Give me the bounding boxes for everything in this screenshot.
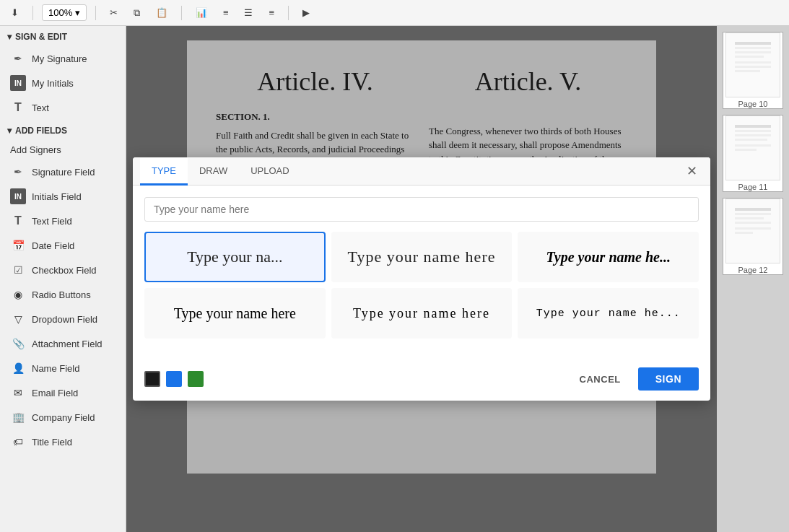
sidebar-item-add-signers[interactable]: Add Signers bbox=[0, 140, 126, 160]
font-preview-6: Type your name he... bbox=[536, 308, 681, 320]
sidebar-item-date-field[interactable]: 📅 Date Field bbox=[0, 233, 126, 258]
name-field-label: Name Field bbox=[32, 363, 79, 374]
sidebar-item-my-signature[interactable]: ✒ My Signature bbox=[0, 46, 126, 71]
attachment-field-icon: 📎 bbox=[10, 336, 26, 352]
cancel-button[interactable]: CANCEL bbox=[568, 368, 632, 391]
sidebar-item-my-initials[interactable]: IN My Initials bbox=[0, 71, 126, 95]
svg-rect-21 bbox=[735, 232, 753, 234]
font-option-6[interactable]: Type your name he... bbox=[518, 288, 699, 339]
modal-close-button[interactable]: ✕ bbox=[681, 157, 703, 185]
download-btn[interactable]: ⬇ bbox=[6, 4, 24, 21]
dropdown-field-icon: ▽ bbox=[10, 311, 26, 327]
company-field-icon: 🏢 bbox=[10, 409, 26, 425]
initials-field-icon: IN bbox=[10, 188, 26, 204]
sidebar-item-email-field[interactable]: ✉ Email Field bbox=[0, 380, 126, 405]
svg-rect-0 bbox=[731, 38, 775, 92]
align-left-btn[interactable]: ≡ bbox=[218, 4, 234, 21]
font-preview-1: Type your na... bbox=[187, 248, 282, 266]
color-black[interactable] bbox=[144, 371, 160, 387]
sidebar-item-checkbox-field[interactable]: ☑ Checkbox Field bbox=[0, 258, 126, 282]
svg-rect-12 bbox=[735, 139, 767, 141]
date-field-label: Date Field bbox=[32, 240, 74, 251]
align-right-btn[interactable]: ≡ bbox=[263, 4, 279, 21]
attachment-field-label: Attachment Field bbox=[32, 339, 103, 349]
svg-rect-17 bbox=[735, 213, 771, 215]
page-thumb-inner-12 bbox=[725, 199, 780, 263]
page-thumb-inner-11 bbox=[725, 115, 780, 180]
page-thumb-11[interactable]: Page 11 bbox=[723, 115, 783, 192]
media-btn[interactable]: ▶ bbox=[297, 4, 315, 21]
modal-body: Type your na... Type your name here Type… bbox=[133, 186, 710, 360]
initials-field-label: Initials Field bbox=[32, 191, 82, 202]
cut-btn[interactable]: ✂ bbox=[105, 4, 123, 21]
font-option-2[interactable]: Type your name here bbox=[331, 232, 513, 282]
page-thumb-12[interactable]: Page 12 bbox=[723, 198, 783, 275]
svg-rect-9 bbox=[735, 125, 771, 128]
svg-rect-7 bbox=[735, 70, 760, 72]
my-signature-label: My Signature bbox=[32, 53, 87, 64]
radio-field-label: Radio Buttons bbox=[32, 289, 91, 300]
sidebar-item-radio-buttons[interactable]: ◉ Radio Buttons bbox=[0, 282, 126, 307]
sign-edit-section[interactable]: ▾ SIGN & EDIT bbox=[0, 26, 126, 46]
checkbox-field-label: Checkbox Field bbox=[32, 265, 97, 276]
font-option-3[interactable]: Type your name he... bbox=[518, 232, 699, 282]
sidebar-item-dropdown-field[interactable]: ▽ Dropdown Field bbox=[0, 307, 126, 331]
add-signers-label: Add Signers bbox=[10, 144, 61, 155]
page-12-label: Page 12 bbox=[738, 266, 768, 274]
sign-edit-label: SIGN & EDIT bbox=[15, 32, 67, 42]
separator3 bbox=[181, 6, 182, 20]
page-10-label: Page 10 bbox=[738, 100, 768, 108]
email-field-label: Email Field bbox=[32, 388, 78, 398]
svg-rect-11 bbox=[735, 134, 771, 136]
color-green[interactable] bbox=[188, 371, 204, 387]
text-field-label: Text Field bbox=[32, 216, 72, 227]
tab-upload[interactable]: UPLOAD bbox=[239, 158, 300, 186]
svg-rect-16 bbox=[735, 208, 771, 211]
name-field-icon: 👤 bbox=[10, 360, 26, 376]
chart-btn[interactable]: 📊 bbox=[191, 4, 212, 21]
main-layout: ▾ SIGN & EDIT ✒ My Signature IN My Initi… bbox=[0, 26, 789, 532]
zoom-select[interactable]: 100% ▾ bbox=[42, 4, 87, 21]
paste-btn[interactable]: 📋 bbox=[151, 4, 173, 21]
sig-field-label: Signature Field bbox=[32, 167, 95, 178]
sidebar-item-initials-field[interactable]: IN Initials Field bbox=[0, 184, 126, 209]
title-field-label: Title Field bbox=[32, 437, 72, 448]
sidebar-item-company-field[interactable]: 🏢 Company Field bbox=[0, 405, 126, 429]
page-thumb-10[interactable]: Page 10 bbox=[723, 32, 783, 109]
right-sidebar: Page 10 Page 11 Page 12 bbox=[717, 26, 789, 532]
sidebar-item-text-field[interactable]: T Text Field bbox=[0, 209, 126, 233]
modal-overlay: TYPE DRAW UPLOAD ✕ Type your na... Type … bbox=[126, 26, 717, 532]
sidebar-item-title-field[interactable]: 🏷 Title Field bbox=[0, 429, 126, 454]
svg-rect-8 bbox=[731, 121, 775, 175]
font-option-4[interactable]: Type your name here bbox=[144, 288, 326, 339]
font-preview-4: Type your name here bbox=[174, 305, 296, 322]
font-option-5[interactable]: Type your name here bbox=[331, 288, 513, 339]
svg-rect-5 bbox=[735, 61, 771, 64]
zoom-value: 100% bbox=[48, 7, 72, 18]
sidebar-item-attachment-field[interactable]: 📎 Attachment Field bbox=[0, 331, 126, 356]
add-fields-chevron: ▾ bbox=[7, 126, 12, 136]
color-blue[interactable] bbox=[166, 371, 182, 387]
svg-rect-4 bbox=[735, 56, 764, 58]
font-preview-5: Type your name here bbox=[353, 306, 490, 321]
center-content: Article. IV. SECTION. 1. Full Faith and … bbox=[126, 26, 717, 532]
add-fields-section[interactable]: ▾ ADD FIELDS bbox=[0, 120, 126, 140]
tab-draw[interactable]: DRAW bbox=[188, 158, 239, 186]
svg-rect-15 bbox=[731, 204, 775, 258]
separator bbox=[32, 6, 33, 20]
font-option-1[interactable]: Type your na... bbox=[144, 232, 326, 282]
copy-btn[interactable]: ⧉ bbox=[128, 4, 145, 22]
sign-button[interactable]: SIGN bbox=[638, 367, 699, 391]
align-center-btn[interactable]: ☰ bbox=[239, 4, 258, 21]
text-icon: T bbox=[10, 100, 26, 115]
sidebar-item-text[interactable]: T Text bbox=[0, 95, 126, 120]
sidebar-item-name-field[interactable]: 👤 Name Field bbox=[0, 356, 126, 380]
text-label: Text bbox=[32, 103, 49, 113]
name-input[interactable] bbox=[144, 197, 699, 222]
modal-footer: CANCEL SIGN bbox=[133, 360, 710, 401]
top-toolbar: ⬇ 100% ▾ ✂ ⧉ 📋 📊 ≡ ☰ ≡ ▶ bbox=[0, 0, 789, 26]
svg-rect-10 bbox=[735, 130, 771, 132]
date-field-icon: 📅 bbox=[10, 237, 26, 253]
tab-type[interactable]: TYPE bbox=[140, 158, 188, 186]
sidebar-item-signature-field[interactable]: ✒ Signature Field bbox=[0, 160, 126, 184]
